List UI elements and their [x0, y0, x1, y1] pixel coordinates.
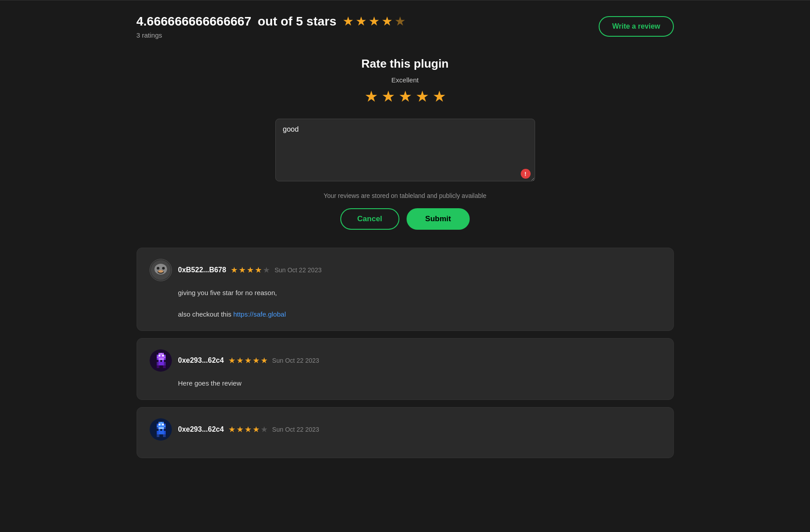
rating-star-2: ★: [356, 14, 367, 29]
review-star-1: ★: [228, 425, 236, 434]
svg-rect-42: [162, 429, 164, 431]
review-date: Sun Oct 22 2023: [272, 357, 319, 364]
interactive-star-2[interactable]: ★: [381, 87, 395, 105]
review-star-5: ★: [263, 265, 270, 275]
ratings-count: 3 ratings: [137, 31, 406, 39]
svg-rect-32: [157, 424, 159, 425]
review-star-2: ★: [236, 425, 244, 434]
rating-star-4: ★: [381, 14, 393, 29]
svg-rect-43: [157, 431, 159, 434]
rating-star-1: ★: [343, 14, 354, 29]
svg-point-5: [158, 270, 163, 273]
reviews-list: 0xB522...B678 ★ ★ ★ ★ ★ Sun Oct 22 2023 …: [137, 248, 674, 458]
interactive-stars[interactable]: ★ ★ ★ ★ ★: [137, 87, 674, 105]
svg-rect-44: [159, 431, 164, 434]
svg-point-3: [162, 267, 165, 270]
review-body: Here goes the review: [150, 378, 661, 389]
review-date: Sun Oct 22 2023: [274, 266, 321, 274]
review-star-4: ★: [253, 356, 260, 365]
reviewer-info: 0xe293...62c4 ★ ★ ★ ★ ★ Sun Oct 22 2023: [178, 425, 319, 434]
svg-rect-25: [157, 365, 159, 368]
svg-rect-24: [164, 362, 166, 365]
review-body: giving you five star for no reason, also…: [150, 287, 661, 320]
review-meta: 0xe293...62c4 ★ ★ ★ ★ ★ Sun Oct 22 2023: [178, 425, 319, 434]
svg-rect-30: [160, 422, 162, 424]
svg-rect-17: [157, 358, 159, 360]
svg-rect-13: [160, 355, 162, 356]
svg-rect-14: [162, 355, 164, 356]
reviewer-stars: ★ ★ ★ ★ ★: [228, 425, 268, 434]
review-star-1: ★: [228, 356, 236, 365]
svg-rect-34: [160, 424, 162, 425]
rating-score-text: 4.666666666666667: [137, 14, 252, 29]
reviewer-avatar: [150, 259, 172, 281]
action-buttons: Cancel Submit: [137, 208, 674, 230]
review-card: 0xe293...62c4 ★ ★ ★ ★ ★ Sun Oct 22 2023: [137, 407, 674, 458]
svg-rect-36: [164, 424, 166, 425]
svg-rect-10: [162, 353, 164, 355]
svg-rect-28: [150, 418, 172, 441]
review-card: 0xB522...B678 ★ ★ ★ ★ ★ Sun Oct 22 2023 …: [137, 248, 674, 331]
rating-title: 4.666666666666667 out of 5 stars ★ ★ ★ ★…: [137, 14, 406, 29]
review-card: 0xe293...62c4 ★ ★ ★ ★ ★ Sun Oct 22 2023 …: [137, 338, 674, 400]
review-star-3: ★: [244, 425, 252, 434]
review-textarea-wrapper: good !: [275, 119, 535, 183]
svg-rect-8: [159, 353, 160, 355]
svg-rect-12: [159, 355, 160, 356]
svg-rect-19: [164, 358, 166, 360]
interactive-star-1[interactable]: ★: [364, 87, 378, 105]
review-star-2: ★: [239, 265, 246, 275]
reviewer-info: 0xB522...B678 ★ ★ ★ ★ ★ Sun Oct 22 2023: [178, 265, 322, 275]
storage-notice: Your reviews are stored on tableland and…: [137, 192, 674, 199]
svg-rect-31: [162, 422, 164, 424]
interactive-star-5[interactable]: ★: [433, 87, 446, 105]
review-star-3: ★: [247, 265, 254, 275]
review-link[interactable]: https://safe.global: [233, 310, 286, 318]
review-text: Here goes the review: [178, 379, 242, 387]
rating-label: Excellent: [137, 76, 674, 84]
interactive-star-3[interactable]: ★: [399, 87, 412, 105]
svg-rect-18: [159, 358, 164, 360]
reviewer-avatar: [150, 349, 172, 372]
main-container: 4.666666666666667 out of 5 stars ★ ★ ★ ★…: [119, 0, 692, 472]
svg-rect-46: [157, 434, 159, 437]
svg-rect-47: [163, 434, 166, 437]
reviewer-address: 0xB522...B678: [178, 266, 227, 274]
svg-point-2: [157, 267, 159, 270]
reviewer-address: 0xe293...62c4: [178, 425, 224, 433]
svg-rect-11: [157, 355, 159, 356]
review-star-1: ★: [231, 265, 238, 275]
svg-rect-40: [164, 427, 166, 429]
rating-star-5: ★: [394, 14, 406, 29]
review-textarea[interactable]: good: [275, 119, 535, 181]
reviewer-stars: ★ ★ ★ ★ ★: [228, 356, 268, 365]
write-review-button[interactable]: Write a review: [599, 16, 673, 37]
review-star-5: ★: [261, 356, 268, 365]
rating-header: 4.666666666666667 out of 5 stars ★ ★ ★ ★…: [137, 14, 674, 39]
review-text-1: giving you five star for no reason,: [178, 289, 277, 296]
svg-rect-21: [162, 360, 164, 362]
review-header: 0xB522...B678 ★ ★ ★ ★ ★ Sun Oct 22 2023: [150, 259, 661, 281]
svg-rect-22: [157, 362, 159, 365]
interactive-star-4[interactable]: ★: [416, 87, 429, 105]
review-meta: 0xB522...B678 ★ ★ ★ ★ ★ Sun Oct 22 2023: [178, 265, 322, 275]
review-date: Sun Oct 22 2023: [272, 426, 319, 433]
reviewer-avatar: [150, 418, 172, 441]
rate-plugin-title: Rate this plugin: [137, 57, 674, 71]
svg-rect-7: [150, 349, 172, 372]
error-icon: !: [521, 169, 531, 179]
rating-stars-display: ★ ★ ★ ★ ★: [343, 14, 406, 29]
review-star-4: ★: [253, 425, 260, 434]
reviewer-address: 0xe293...62c4: [178, 356, 224, 365]
submit-button[interactable]: Submit: [407, 208, 470, 230]
svg-rect-38: [157, 427, 159, 429]
rating-out-of-text: out of 5 stars: [257, 14, 336, 29]
cancel-button[interactable]: Cancel: [340, 208, 399, 230]
svg-rect-29: [159, 422, 160, 424]
review-star-3: ★: [244, 356, 252, 365]
rating-star-3: ★: [369, 14, 380, 29]
svg-rect-37: [157, 425, 166, 427]
review-text-2: also checkout this: [178, 310, 233, 318]
rating-summary: 4.666666666666667 out of 5 stars ★ ★ ★ ★…: [137, 14, 406, 39]
review-star-5: ★: [261, 425, 268, 434]
